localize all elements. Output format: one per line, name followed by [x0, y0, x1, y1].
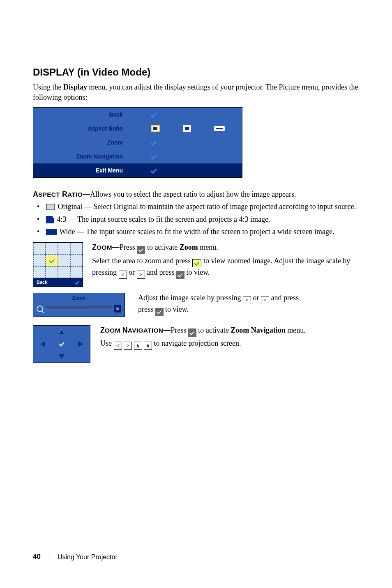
- aspect-43-icon: [183, 125, 191, 132]
- zoom-grid-cell: [70, 266, 83, 278]
- footer-divider: [49, 554, 49, 560]
- zoom-grid: [33, 243, 83, 278]
- osd-row-aspect-ratio: Aspect Ratio: [33, 122, 242, 136]
- check-icon: [150, 167, 157, 174]
- section-heading: DISPLAY (in Video Mode): [33, 66, 359, 79]
- zoom-grid-cell: [33, 243, 46, 255]
- right-key-icon: [137, 271, 145, 279]
- right-key-icon: [124, 342, 132, 350]
- arrow-left-icon: [40, 341, 45, 347]
- osd-row-zoom: Zoom: [33, 136, 242, 149]
- aspect-ratio-bullets: Original — Select Original to maintain t…: [33, 202, 359, 237]
- zoom-grid-cell: [33, 266, 46, 278]
- osd-row-exit-menu: Exit Menu: [33, 163, 242, 177]
- zoom-navigation-figure: [33, 325, 90, 363]
- left-key-icon: [114, 342, 122, 350]
- check-icon: [150, 153, 157, 160]
- intro-text: Using the: [33, 83, 63, 91]
- enter-key-yellow-icon: [192, 259, 201, 267]
- zoom-section: Back ZOOM—Press to activate Zoom menu. S…: [33, 242, 359, 287]
- zoom-grid-back-label: Back: [37, 279, 47, 285]
- enter-key-icon: [188, 328, 196, 337]
- zoom-grid-cell: [46, 243, 58, 255]
- right-key-icon: [261, 296, 269, 304]
- zoom-navigation-text-block: ZOOM NAVIGATION—Press to activate Zoom N…: [100, 325, 359, 352]
- osd-label-zoom-navigation: Zoom Navigation: [33, 153, 128, 161]
- up-key-icon: [134, 342, 142, 350]
- zoom-grid-cell: [33, 255, 46, 266]
- aspect-ratio-desc: Allows you to select the aspect ratio to…: [90, 190, 296, 198]
- down-key-icon: [144, 342, 152, 350]
- aspect-ratio-paragraph: ASPECT RATIO—Allows you to select the as…: [33, 189, 359, 199]
- zoom-slider-track: [46, 306, 111, 311]
- zoom-grid-cell: [70, 243, 83, 255]
- zoom-press-text: Press: [120, 243, 137, 251]
- left-key-icon: [243, 296, 251, 304]
- aspect-wide-icon: [214, 126, 225, 131]
- magnifier-icon: [37, 305, 43, 312]
- osd-label-zoom: Zoom: [33, 139, 128, 147]
- zoom-nav-label: ZOOM NAVIGATION—: [100, 326, 171, 334]
- aspect-ratio-label: ASPECT RATIO—: [33, 190, 90, 198]
- bullet-original: Original — Select Original to maintain t…: [44, 202, 359, 211]
- intro-bold: Display: [63, 83, 87, 91]
- arrow-right-icon: [78, 341, 83, 347]
- bullet-wide-text: Wide — The input source scales to fit th…: [58, 227, 334, 236]
- left-key-icon: [119, 271, 127, 279]
- zoom-nav-press-text: Press: [171, 326, 188, 334]
- zoom-grid-footer: Back: [33, 278, 83, 287]
- check-icon: [150, 139, 157, 146]
- zoom-navigation-section: ZOOM NAVIGATION—Press to activate Zoom N…: [33, 325, 359, 363]
- zoom-grid-cell: [46, 266, 58, 278]
- osd-label-back: Back: [33, 111, 128, 119]
- arrow-down-icon: [59, 354, 65, 359]
- zoom-grid-cell: [58, 266, 70, 278]
- four-three-box-icon: [46, 216, 54, 223]
- wide-box-icon: [46, 229, 57, 235]
- zoom-slider-text-block: Adjust the image scale by pressing or an…: [138, 293, 359, 318]
- osd-row-back: Back: [33, 108, 242, 122]
- footer-section-title: Using Your Projector: [58, 553, 118, 562]
- zoom-grid-cell: [58, 255, 70, 266]
- zoom-label: ZOOM—: [92, 243, 120, 251]
- zoom-slider-figure: Zoom 5: [33, 293, 125, 317]
- enter-key-icon: [137, 246, 145, 254]
- zoom-grid-figure: Back: [33, 242, 83, 287]
- zoom-slider-section: Zoom 5 Adjust the image scale by pressin…: [33, 293, 359, 318]
- bullet-original-text: Original — Select Original to maintain t…: [56, 202, 356, 211]
- bullet-43-text: 4:3 — The input source scales to fit the…: [55, 215, 270, 223]
- check-icon: [59, 341, 64, 347]
- enter-key-icon: [155, 308, 164, 316]
- bullet-wide: Wide — The input source scales to fit th…: [44, 227, 359, 237]
- zoom-nav-bold: Zoom Navigation: [231, 326, 286, 334]
- zoom-slider-text: Adjust the image scale by pressing: [138, 294, 243, 302]
- zoom-text-block: ZOOM—Press to activate Zoom menu. Select…: [92, 242, 359, 287]
- osd-row-zoom-navigation: Zoom Navigation: [33, 149, 242, 163]
- original-box-icon: [46, 204, 55, 210]
- check-icon: [75, 280, 80, 285]
- zoom-select-text: Select the area to zoom and press: [92, 257, 192, 265]
- page-number: 40: [33, 552, 41, 562]
- osd-display-menu: Back Aspect Ratio Zoom Zoom Navigation E…: [33, 107, 242, 178]
- aspect-original-icon: [151, 125, 160, 132]
- zoom-nav-use-text: Use: [100, 339, 114, 347]
- intro-paragraph: Using the Display menu, you can adjust t…: [33, 82, 359, 102]
- check-icon: [150, 111, 157, 118]
- zoom-slider-title: Zoom: [33, 293, 125, 303]
- bullet-43: 4:3 — The input source scales to fit the…: [44, 214, 359, 224]
- osd-label-aspect-ratio: Aspect Ratio: [33, 125, 128, 133]
- enter-key-icon: [176, 271, 184, 279]
- zoom-grid-cell-active: [46, 255, 58, 266]
- zoom-bold: Zoom: [180, 243, 198, 251]
- osd-label-exit-menu: Exit Menu: [33, 167, 128, 175]
- page-footer: 40 Using Your Projector: [33, 552, 118, 562]
- zoom-grid-cell: [58, 243, 70, 255]
- arrow-up-icon: [59, 329, 65, 334]
- zoom-grid-cell: [70, 255, 83, 266]
- zoom-slider-value: 5: [114, 305, 121, 312]
